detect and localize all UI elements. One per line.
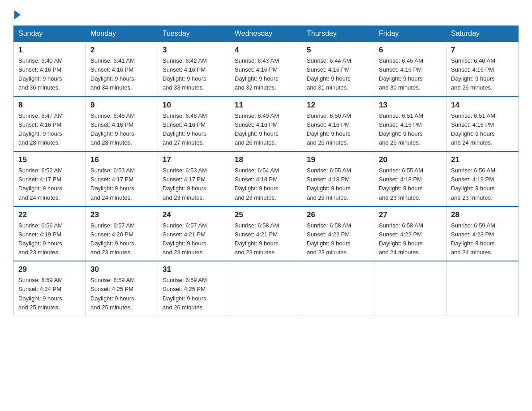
day-info: Sunrise: 6:56 AMSunset: 4:19 PMDaylight:… (451, 167, 495, 201)
weekday-thursday: Thursday (302, 26, 374, 42)
day-number: 6 (379, 46, 442, 55)
day-info: Sunrise: 6:40 AMSunset: 4:16 PMDaylight:… (18, 57, 63, 91)
day-number: 16 (90, 155, 153, 164)
calendar-day-cell: 9 Sunrise: 6:48 AMSunset: 4:16 PMDayligh… (86, 97, 158, 152)
day-info: Sunrise: 6:49 AMSunset: 4:16 PMDaylight:… (235, 112, 279, 146)
day-info: Sunrise: 6:55 AMSunset: 4:18 PMDaylight:… (379, 167, 423, 201)
day-number: 1 (18, 46, 81, 55)
calendar-day-cell: 23 Sunrise: 6:57 AMSunset: 4:20 PMDaylig… (86, 206, 158, 261)
calendar-day-cell: 30 Sunrise: 6:59 AMSunset: 4:25 PMDaylig… (86, 261, 158, 316)
day-info: Sunrise: 6:46 AMSunset: 4:16 PMDaylight:… (451, 57, 495, 91)
day-number: 28 (451, 210, 514, 219)
day-info: Sunrise: 6:43 AMSunset: 4:16 PMDaylight:… (235, 57, 279, 91)
weekday-monday: Monday (86, 26, 158, 42)
calendar-day-cell: 12 Sunrise: 6:50 AMSunset: 4:16 PMDaylig… (302, 97, 374, 152)
day-info: Sunrise: 6:59 AMSunset: 4:24 PMDaylight:… (18, 277, 63, 310)
day-info: Sunrise: 6:41 AMSunset: 4:16 PMDaylight:… (90, 57, 135, 91)
calendar-day-cell: 26 Sunrise: 6:58 AMSunset: 4:22 PMDaylig… (302, 206, 374, 261)
calendar-day-cell: 8 Sunrise: 6:47 AMSunset: 4:16 PMDayligh… (14, 97, 86, 152)
day-number: 3 (163, 46, 225, 55)
day-info: Sunrise: 6:52 AMSunset: 4:17 PMDaylight:… (18, 167, 63, 201)
day-info: Sunrise: 6:51 AMSunset: 4:16 PMDaylight:… (451, 112, 495, 146)
day-number: 19 (307, 155, 369, 164)
day-number: 31 (163, 265, 225, 274)
calendar-day-cell: 19 Sunrise: 6:55 AMSunset: 4:18 PMDaylig… (302, 151, 374, 206)
day-number: 25 (235, 210, 297, 219)
day-number: 9 (90, 101, 153, 110)
day-info: Sunrise: 6:59 AMSunset: 4:23 PMDaylight:… (451, 222, 495, 256)
day-info: Sunrise: 6:45 AMSunset: 4:16 PMDaylight:… (379, 57, 423, 91)
day-number: 13 (379, 101, 442, 110)
calendar-body: 1 Sunrise: 6:40 AMSunset: 4:16 PMDayligh… (14, 42, 519, 316)
logo-triangle-icon (14, 10, 21, 19)
calendar-day-cell: 16 Sunrise: 6:53 AMSunset: 4:17 PMDaylig… (86, 151, 158, 206)
day-info: Sunrise: 6:59 AMSunset: 4:25 PMDaylight:… (163, 277, 207, 310)
calendar-day-cell: 29 Sunrise: 6:59 AMSunset: 4:24 PMDaylig… (14, 261, 86, 316)
day-info: Sunrise: 6:58 AMSunset: 4:21 PMDaylight:… (235, 222, 279, 256)
day-number: 27 (379, 210, 442, 219)
day-number: 15 (18, 155, 81, 164)
day-number: 24 (163, 210, 225, 219)
calendar-day-cell: 15 Sunrise: 6:52 AMSunset: 4:17 PMDaylig… (14, 151, 86, 206)
day-number: 7 (451, 46, 514, 55)
weekday-friday: Friday (374, 26, 446, 42)
calendar-day-cell: 31 Sunrise: 6:59 AMSunset: 4:25 PMDaylig… (158, 261, 230, 316)
day-number: 10 (163, 101, 225, 110)
weekday-saturday: Saturday (446, 26, 519, 42)
calendar-day-cell: 1 Sunrise: 6:40 AMSunset: 4:16 PMDayligh… (14, 42, 86, 97)
day-number: 8 (18, 101, 81, 110)
calendar-week-row: 1 Sunrise: 6:40 AMSunset: 4:16 PMDayligh… (14, 42, 519, 97)
day-number: 17 (163, 155, 225, 164)
logo (13, 9, 21, 17)
page-header (13, 9, 519, 17)
calendar-week-row: 8 Sunrise: 6:47 AMSunset: 4:16 PMDayligh… (14, 97, 519, 152)
calendar-day-cell: 25 Sunrise: 6:58 AMSunset: 4:21 PMDaylig… (230, 206, 302, 261)
day-info: Sunrise: 6:53 AMSunset: 4:17 PMDaylight:… (163, 167, 207, 201)
day-number: 29 (18, 265, 81, 274)
calendar-day-cell: 7 Sunrise: 6:46 AMSunset: 4:16 PMDayligh… (446, 42, 519, 97)
day-info: Sunrise: 6:57 AMSunset: 4:21 PMDaylight:… (163, 222, 207, 256)
day-info: Sunrise: 6:51 AMSunset: 4:16 PMDaylight:… (379, 112, 423, 146)
calendar-table: SundayMondayTuesdayWednesdayThursdayFrid… (13, 26, 519, 316)
calendar-day-cell: 21 Sunrise: 6:56 AMSunset: 4:19 PMDaylig… (446, 151, 519, 206)
day-info: Sunrise: 6:42 AMSunset: 4:16 PMDaylight:… (163, 57, 207, 91)
day-number: 2 (90, 46, 153, 55)
day-number: 14 (451, 101, 514, 110)
calendar-day-cell (374, 261, 446, 316)
calendar-day-cell: 4 Sunrise: 6:43 AMSunset: 4:16 PMDayligh… (230, 42, 302, 97)
calendar-day-cell: 14 Sunrise: 6:51 AMSunset: 4:16 PMDaylig… (446, 97, 519, 152)
calendar-week-row: 22 Sunrise: 6:56 AMSunset: 4:19 PMDaylig… (14, 206, 519, 261)
calendar-day-cell: 10 Sunrise: 6:48 AMSunset: 4:16 PMDaylig… (158, 97, 230, 152)
day-number: 18 (235, 155, 297, 164)
day-info: Sunrise: 6:48 AMSunset: 4:16 PMDaylight:… (90, 112, 135, 146)
calendar-day-cell: 13 Sunrise: 6:51 AMSunset: 4:16 PMDaylig… (374, 97, 446, 152)
calendar-day-cell: 18 Sunrise: 6:54 AMSunset: 4:18 PMDaylig… (230, 151, 302, 206)
calendar-week-row: 29 Sunrise: 6:59 AMSunset: 4:24 PMDaylig… (14, 261, 519, 316)
day-info: Sunrise: 6:58 AMSunset: 4:22 PMDaylight:… (307, 222, 351, 256)
day-number: 12 (307, 101, 369, 110)
calendar-day-cell: 11 Sunrise: 6:49 AMSunset: 4:16 PMDaylig… (230, 97, 302, 152)
calendar-day-cell (230, 261, 302, 316)
day-info: Sunrise: 6:54 AMSunset: 4:18 PMDaylight:… (235, 167, 279, 201)
calendar-week-row: 15 Sunrise: 6:52 AMSunset: 4:17 PMDaylig… (14, 151, 519, 206)
day-info: Sunrise: 6:50 AMSunset: 4:16 PMDaylight:… (307, 112, 351, 146)
calendar-day-cell: 27 Sunrise: 6:58 AMSunset: 4:22 PMDaylig… (374, 206, 446, 261)
calendar-header: SundayMondayTuesdayWednesdayThursdayFrid… (14, 26, 519, 42)
day-info: Sunrise: 6:53 AMSunset: 4:17 PMDaylight:… (90, 167, 135, 201)
calendar-day-cell: 28 Sunrise: 6:59 AMSunset: 4:23 PMDaylig… (446, 206, 519, 261)
calendar-day-cell: 3 Sunrise: 6:42 AMSunset: 4:16 PMDayligh… (158, 42, 230, 97)
calendar-day-cell: 20 Sunrise: 6:55 AMSunset: 4:18 PMDaylig… (374, 151, 446, 206)
weekday-sunday: Sunday (14, 26, 86, 42)
day-number: 20 (379, 155, 442, 164)
weekday-wednesday: Wednesday (230, 26, 302, 42)
day-number: 5 (307, 46, 369, 55)
day-number: 4 (235, 46, 297, 55)
weekday-tuesday: Tuesday (158, 26, 230, 42)
calendar-day-cell: 24 Sunrise: 6:57 AMSunset: 4:21 PMDaylig… (158, 206, 230, 261)
calendar-day-cell: 6 Sunrise: 6:45 AMSunset: 4:16 PMDayligh… (374, 42, 446, 97)
day-number: 21 (451, 155, 514, 164)
day-number: 30 (90, 265, 153, 274)
calendar-day-cell (446, 261, 519, 316)
calendar-day-cell: 5 Sunrise: 6:44 AMSunset: 4:16 PMDayligh… (302, 42, 374, 97)
day-number: 23 (90, 210, 153, 219)
